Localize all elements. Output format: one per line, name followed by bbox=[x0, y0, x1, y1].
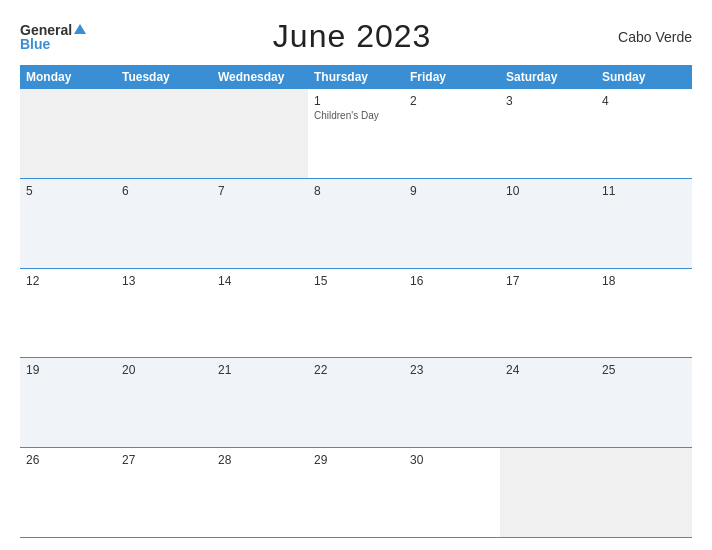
calendar-cell: 27 bbox=[116, 448, 212, 537]
header-monday: Monday bbox=[20, 65, 116, 89]
calendar-cell: 2 bbox=[404, 89, 500, 178]
logo-triangle-icon bbox=[74, 24, 86, 34]
calendar-cell: 29 bbox=[308, 448, 404, 537]
cell-date-number: 27 bbox=[122, 453, 206, 467]
calendar-cell: 23 bbox=[404, 358, 500, 447]
cell-date-number: 16 bbox=[410, 274, 494, 288]
header-friday: Friday bbox=[404, 65, 500, 89]
calendar-cell: 19 bbox=[20, 358, 116, 447]
calendar-cell: 9 bbox=[404, 179, 500, 268]
header-thursday: Thursday bbox=[308, 65, 404, 89]
calendar-week: 19202122232425 bbox=[20, 358, 692, 448]
logo-general-text: General bbox=[20, 23, 72, 37]
cell-date-number: 25 bbox=[602, 363, 686, 377]
calendar-cell: 25 bbox=[596, 358, 692, 447]
calendar-cell: 1Children's Day bbox=[308, 89, 404, 178]
calendar-cell: 12 bbox=[20, 269, 116, 358]
cell-date-number: 13 bbox=[122, 274, 206, 288]
cell-date-number: 4 bbox=[602, 94, 686, 108]
cell-date-number: 21 bbox=[218, 363, 302, 377]
calendar-cell: 3 bbox=[500, 89, 596, 178]
cell-date-number: 5 bbox=[26, 184, 110, 198]
cell-date-number: 9 bbox=[410, 184, 494, 198]
calendar-cell: 30 bbox=[404, 448, 500, 537]
calendar-cell: 17 bbox=[500, 269, 596, 358]
calendar-week: 567891011 bbox=[20, 179, 692, 269]
calendar-cell bbox=[212, 89, 308, 178]
cell-date-number: 7 bbox=[218, 184, 302, 198]
cell-date-number: 3 bbox=[506, 94, 590, 108]
cell-date-number: 8 bbox=[314, 184, 398, 198]
cell-date-number: 26 bbox=[26, 453, 110, 467]
header-sunday: Sunday bbox=[596, 65, 692, 89]
cell-date-number: 18 bbox=[602, 274, 686, 288]
cell-date-number: 14 bbox=[218, 274, 302, 288]
calendar-cell bbox=[500, 448, 596, 537]
calendar-cell: 13 bbox=[116, 269, 212, 358]
cell-date-number: 22 bbox=[314, 363, 398, 377]
calendar-cell: 28 bbox=[212, 448, 308, 537]
calendar-cell: 24 bbox=[500, 358, 596, 447]
calendar-cell: 14 bbox=[212, 269, 308, 358]
calendar-cell bbox=[20, 89, 116, 178]
calendar-cell bbox=[116, 89, 212, 178]
logo: General Blue bbox=[20, 23, 86, 51]
calendar-week: 2627282930 bbox=[20, 448, 692, 538]
calendar-cell: 4 bbox=[596, 89, 692, 178]
calendar-body: 1Children's Day2345678910111213141516171… bbox=[20, 89, 692, 538]
cell-date-number: 6 bbox=[122, 184, 206, 198]
cell-date-number: 24 bbox=[506, 363, 590, 377]
cell-date-number: 15 bbox=[314, 274, 398, 288]
calendar-cell bbox=[596, 448, 692, 537]
cell-date-number: 17 bbox=[506, 274, 590, 288]
calendar-cell: 21 bbox=[212, 358, 308, 447]
logo-blue-text: Blue bbox=[20, 37, 50, 51]
calendar-cell: 18 bbox=[596, 269, 692, 358]
cell-date-number: 12 bbox=[26, 274, 110, 288]
header: General Blue June 2023 Cabo Verde bbox=[20, 18, 692, 55]
calendar-cell: 26 bbox=[20, 448, 116, 537]
cell-date-number: 20 bbox=[122, 363, 206, 377]
cell-date-number: 30 bbox=[410, 453, 494, 467]
calendar-header: Monday Tuesday Wednesday Thursday Friday… bbox=[20, 65, 692, 89]
header-saturday: Saturday bbox=[500, 65, 596, 89]
calendar-cell: 10 bbox=[500, 179, 596, 268]
cell-event: Children's Day bbox=[314, 110, 398, 121]
calendar-cell: 15 bbox=[308, 269, 404, 358]
calendar-cell: 7 bbox=[212, 179, 308, 268]
cell-date-number: 23 bbox=[410, 363, 494, 377]
calendar-cell: 8 bbox=[308, 179, 404, 268]
calendar-cell: 22 bbox=[308, 358, 404, 447]
calendar-cell: 6 bbox=[116, 179, 212, 268]
month-title: June 2023 bbox=[273, 18, 431, 55]
calendar-page: General Blue June 2023 Cabo Verde Monday… bbox=[0, 0, 712, 550]
cell-date-number: 10 bbox=[506, 184, 590, 198]
country-label: Cabo Verde bbox=[618, 29, 692, 45]
calendar-week: 12131415161718 bbox=[20, 269, 692, 359]
calendar-cell: 5 bbox=[20, 179, 116, 268]
cell-date-number: 28 bbox=[218, 453, 302, 467]
cell-date-number: 2 bbox=[410, 94, 494, 108]
calendar-week: 1Children's Day234 bbox=[20, 89, 692, 179]
cell-date-number: 29 bbox=[314, 453, 398, 467]
header-wednesday: Wednesday bbox=[212, 65, 308, 89]
calendar-cell: 11 bbox=[596, 179, 692, 268]
header-tuesday: Tuesday bbox=[116, 65, 212, 89]
calendar-cell: 16 bbox=[404, 269, 500, 358]
calendar-cell: 20 bbox=[116, 358, 212, 447]
cell-date-number: 11 bbox=[602, 184, 686, 198]
calendar: Monday Tuesday Wednesday Thursday Friday… bbox=[20, 65, 692, 538]
cell-date-number: 1 bbox=[314, 94, 398, 108]
cell-date-number: 19 bbox=[26, 363, 110, 377]
